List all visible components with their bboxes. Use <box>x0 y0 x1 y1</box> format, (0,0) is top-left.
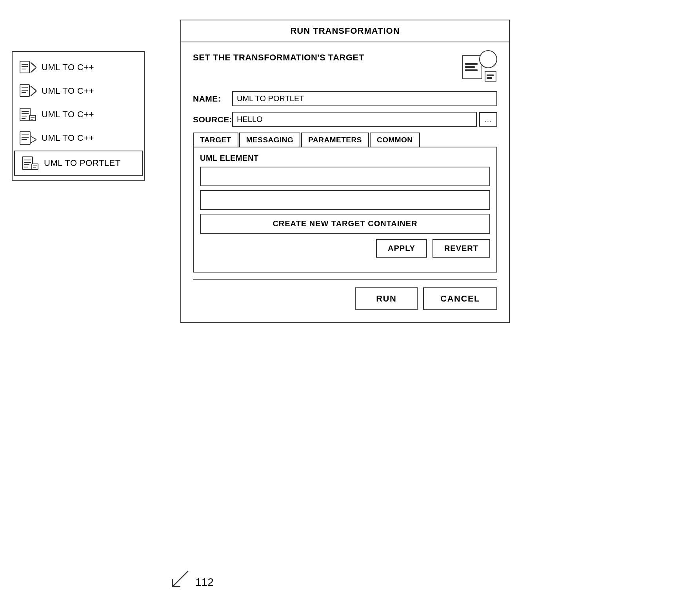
apply-button[interactable]: APPLY <box>376 239 427 258</box>
list-item[interactable]: UML TO C++ <box>13 126 144 150</box>
doc-line <box>465 69 478 71</box>
svg-rect-13 <box>29 115 36 121</box>
name-input[interactable] <box>232 91 497 106</box>
run-cancel-row: RUN CANCEL <box>193 287 497 310</box>
transformation-list: UML TO C++ UML TO C++ <box>12 51 145 181</box>
uml-element-input-2[interactable] <box>200 190 490 210</box>
dialog-title: RUN TRANSFORMATION <box>181 20 509 42</box>
name-field-row: NAME: <box>193 91 497 106</box>
svg-rect-25 <box>32 164 38 169</box>
figure-number: 112 <box>195 576 214 589</box>
list-item[interactable]: UML TO C++ <box>13 103 144 126</box>
arrow-label: 112 <box>169 569 214 589</box>
list-item-label-1: UML TO C++ <box>42 62 94 73</box>
list-item-icon-4 <box>18 130 38 146</box>
browse-button[interactable]: ... <box>479 112 497 127</box>
run-button[interactable]: RUN <box>355 287 418 310</box>
revert-button[interactable]: REVERT <box>433 239 490 258</box>
tab-content-target: UML ELEMENT CREATE NEW TARGET CONTAINER … <box>193 147 497 273</box>
tab-parameters[interactable]: PARAMETERS <box>301 133 369 147</box>
small-doc-icon <box>485 71 496 82</box>
dialog-body: SET THE TRANSFORMATION'S TARGET <box>181 42 509 322</box>
tab-common[interactable]: COMMON <box>370 133 420 147</box>
apply-revert-row: APPLY REVERT <box>200 239 490 258</box>
circle-icon <box>479 50 497 68</box>
cancel-button[interactable]: CANCEL <box>423 287 497 310</box>
doc-line <box>465 63 478 65</box>
list-item-icon-2 <box>18 83 38 99</box>
doc-line <box>465 66 475 68</box>
uml-element-input-1[interactable] <box>200 167 490 186</box>
doc-line <box>487 75 494 76</box>
doc-line <box>487 77 492 79</box>
name-label: NAME: <box>193 94 232 104</box>
arrow-icon <box>169 569 192 589</box>
list-item-icon-5 <box>20 155 40 171</box>
list-item-icon-1 <box>18 60 38 75</box>
list-item-label-4: UML TO C++ <box>42 133 94 143</box>
svg-rect-16 <box>20 132 30 144</box>
tab-messaging[interactable]: MESSAGING <box>239 133 301 147</box>
create-target-container-button[interactable]: CREATE NEW TARGET CONTAINER <box>200 214 490 234</box>
svg-rect-8 <box>20 108 30 121</box>
uml-element-label: UML ELEMENT <box>200 154 490 163</box>
figure-annotation: 112 <box>169 569 214 589</box>
list-item-label-5: UML TO PORTLET <box>44 158 121 168</box>
tabs-row: TARGET MESSAGING PARAMETERS COMMON <box>193 133 497 147</box>
svg-line-28 <box>173 571 188 587</box>
list-item[interactable]: UML TO C++ <box>13 56 144 79</box>
list-item-label-2: UML TO C++ <box>42 86 94 96</box>
source-label: SOURCE: <box>193 115 232 124</box>
dialog-subtitle: SET THE TRANSFORMATION'S TARGET <box>193 50 364 63</box>
divider <box>193 279 497 280</box>
transformation-icon-cluster <box>462 50 497 82</box>
source-field-row: SOURCE: ... <box>193 112 497 127</box>
list-item[interactable]: UML TO C++ <box>13 79 144 103</box>
list-item-label-3: UML TO C++ <box>42 109 94 120</box>
tab-target[interactable]: TARGET <box>193 133 238 147</box>
list-item-selected[interactable]: UML TO PORTLET <box>14 151 143 176</box>
sub-header-row: SET THE TRANSFORMATION'S TARGET <box>193 50 497 82</box>
source-input[interactable] <box>232 112 477 127</box>
svg-rect-20 <box>22 157 33 169</box>
list-item-icon-3 <box>18 107 38 122</box>
run-transformation-dialog: RUN TRANSFORMATION SET THE TRANSFORMATIO… <box>180 20 510 323</box>
